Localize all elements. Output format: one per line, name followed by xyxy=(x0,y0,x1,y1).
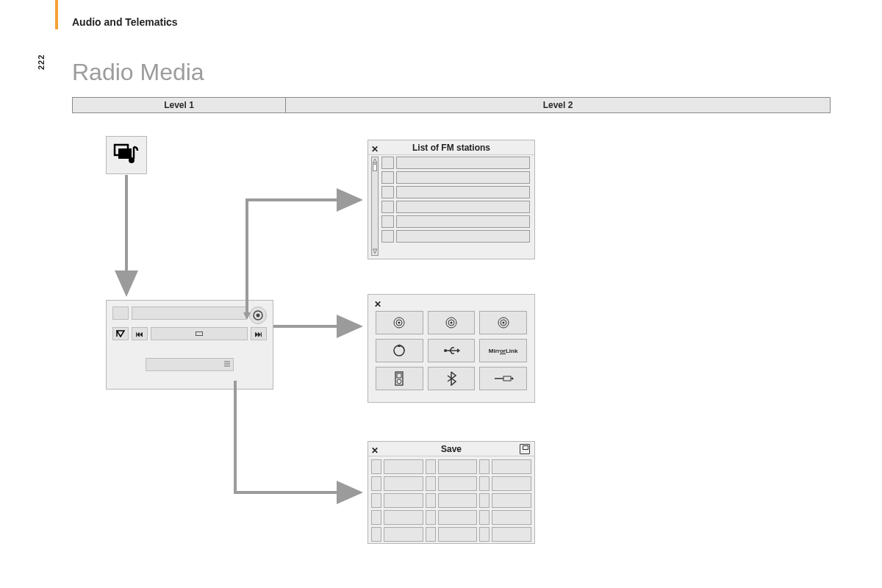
preset-check[interactable] xyxy=(426,476,436,491)
preset-check[interactable] xyxy=(371,527,381,542)
svg-point-4 xyxy=(257,314,260,318)
aux-jack-icon xyxy=(493,374,514,383)
preset-check[interactable] xyxy=(479,510,490,525)
svg-rect-1 xyxy=(118,148,132,159)
eject-icon xyxy=(116,330,125,337)
list-item[interactable] xyxy=(381,215,530,228)
close-icon[interactable]: ✕ xyxy=(371,443,379,458)
radio-icon xyxy=(496,315,511,330)
scroll-down-icon[interactable]: ▽ xyxy=(373,248,377,254)
list-icon xyxy=(223,360,232,369)
preset-check[interactable] xyxy=(426,527,436,542)
preset-slot[interactable] xyxy=(384,527,423,542)
next-track-button[interactable]: ⏭ xyxy=(251,327,267,340)
source-cd[interactable] xyxy=(376,339,423,362)
fm-list xyxy=(381,157,530,256)
radio-icon xyxy=(392,315,406,330)
fm-panel-header: ✕ List of FM stations xyxy=(368,140,534,155)
preset-slot[interactable] xyxy=(492,493,531,508)
scroll-thumb[interactable] xyxy=(373,164,377,171)
close-icon[interactable]: ✕ xyxy=(374,299,381,309)
source-radio-dab[interactable] xyxy=(376,311,423,334)
preset-slot[interactable] xyxy=(384,459,423,474)
level-header-row: Level 1 Level 2 xyxy=(72,97,831,113)
svg-point-13 xyxy=(450,322,452,324)
preset-slot[interactable] xyxy=(438,459,478,474)
sources-panel: ✕ MirrorLink xyxy=(368,294,535,403)
player-slot-a xyxy=(112,306,129,320)
preset-slot[interactable] xyxy=(492,476,531,491)
preset-slot[interactable] xyxy=(438,493,478,508)
source-radio-fm[interactable] xyxy=(428,311,476,334)
music-stack-icon xyxy=(112,143,140,168)
preset-slot[interactable] xyxy=(384,476,423,491)
source-usb[interactable] xyxy=(428,339,476,362)
bluetooth-icon xyxy=(446,371,456,386)
svg-point-24 xyxy=(397,379,401,384)
fm-stations-panel: ✕ List of FM stations △ ▽ xyxy=(368,140,535,259)
source-button[interactable] xyxy=(249,306,267,324)
preset-slot[interactable] xyxy=(438,510,478,525)
save-icon[interactable] xyxy=(520,444,530,454)
preset-slot[interactable] xyxy=(492,459,531,474)
svg-point-16 xyxy=(502,322,504,324)
level-2-header: Level 2 xyxy=(285,97,831,113)
target-icon xyxy=(252,309,264,321)
fm-panel-title: List of FM stations xyxy=(412,143,490,153)
media-icon-tile[interactable] xyxy=(106,136,147,174)
list-item[interactable] xyxy=(381,157,530,169)
list-item[interactable] xyxy=(381,171,530,184)
radio-icon xyxy=(444,315,459,330)
preset-slot[interactable] xyxy=(492,510,531,525)
preset-check[interactable] xyxy=(479,493,490,508)
svg-rect-23 xyxy=(397,373,401,378)
svg-marker-21 xyxy=(457,348,460,353)
cd-icon xyxy=(392,343,406,358)
page-title: Radio Media xyxy=(72,59,204,86)
scrollbar[interactable]: △ ▽ xyxy=(371,157,379,256)
preset-slot[interactable] xyxy=(492,527,531,542)
preset-slot[interactable] xyxy=(384,493,423,508)
list-item[interactable] xyxy=(381,230,530,243)
preset-check[interactable] xyxy=(479,527,490,542)
preset-check[interactable] xyxy=(371,510,381,525)
source-radio-am[interactable] xyxy=(479,311,527,334)
preset-check[interactable] xyxy=(371,493,381,508)
svg-rect-25 xyxy=(503,376,511,381)
source-bluetooth[interactable] xyxy=(428,367,476,390)
svg-point-10 xyxy=(398,322,401,324)
ipod-icon xyxy=(395,371,404,386)
preset-check[interactable] xyxy=(479,476,490,491)
station-display xyxy=(132,306,246,320)
preset-check[interactable] xyxy=(426,493,436,508)
accent-bar xyxy=(55,0,58,29)
source-ipod[interactable] xyxy=(376,367,423,390)
level-1-header: Level 1 xyxy=(72,97,285,113)
list-item[interactable] xyxy=(381,201,530,213)
preset-grid xyxy=(368,456,534,545)
close-icon[interactable]: ✕ xyxy=(371,142,379,157)
eject-button[interactable] xyxy=(112,327,129,340)
list-item[interactable] xyxy=(381,186,530,198)
source-aux[interactable] xyxy=(479,367,527,390)
page-number: 222 xyxy=(37,54,46,70)
preset-bar[interactable] xyxy=(146,358,234,371)
preset-check[interactable] xyxy=(426,510,436,525)
preset-check[interactable] xyxy=(371,459,381,474)
svg-point-2 xyxy=(129,157,135,163)
svg-point-27 xyxy=(511,378,513,380)
preset-check[interactable] xyxy=(426,459,436,474)
usb-icon xyxy=(442,345,460,356)
prev-track-button[interactable]: ⏮ xyxy=(132,327,148,340)
preset-check[interactable] xyxy=(479,459,490,474)
save-panel-title: Save xyxy=(441,444,462,454)
media-player-panel: ⏮ ⏭ xyxy=(106,300,273,390)
preset-slot[interactable] xyxy=(438,527,478,542)
preset-slot[interactable] xyxy=(384,510,423,525)
save-panel: ✕ Save xyxy=(368,441,535,544)
source-mirrorlink[interactable]: MirrorLink xyxy=(479,339,527,362)
preset-check[interactable] xyxy=(371,476,381,491)
preset-slot[interactable] xyxy=(438,476,478,491)
section-header: Audio and Telematics xyxy=(72,16,178,28)
scroll-up-icon[interactable]: △ xyxy=(373,158,377,164)
